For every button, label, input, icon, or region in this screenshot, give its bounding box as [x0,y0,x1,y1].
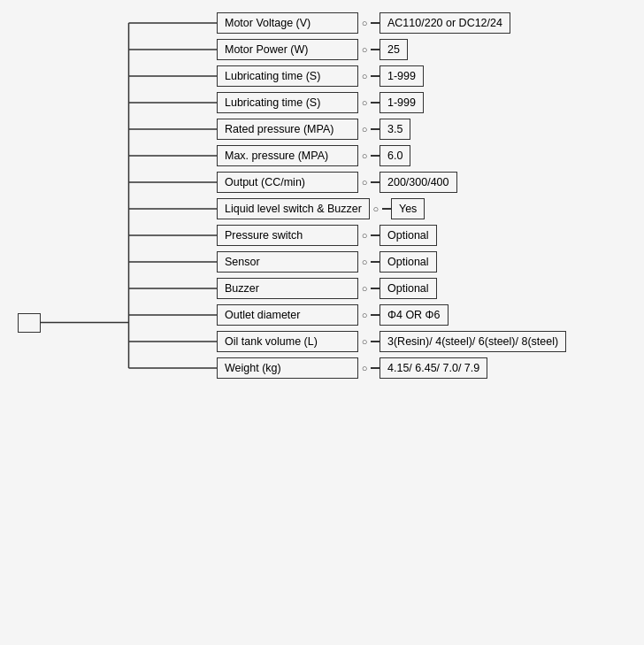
connector-dot: ○ [358,363,371,373]
spec-row: Lubricating time (S)○1-999 [217,92,624,113]
connector-line [371,102,380,104]
spec-label-box: Motor Voltage (V) [217,12,358,34]
spec-value-box: 25 [380,39,408,60]
spec-label-box: Pressure switch [217,225,358,246]
connector-dot: ○ [358,177,371,188]
spec-row: Pressure switch○Optional [217,225,624,246]
spec-label-box: Max. pressure (MPA) [217,145,358,166]
connector-line [382,208,391,210]
spec-row: Lubricating time (S)○1-999 [217,65,624,87]
spec-row: Sensor○Optional [217,251,624,273]
spec-label-box: Sensor [217,251,358,273]
spec-label-box: Oil tank volume (L) [217,331,358,352]
spec-row: Motor Power (W)○25 [217,39,624,60]
spec-value-box: Optional [380,251,437,273]
connector-dot: ○ [358,310,371,320]
spec-value-box: 6.0 [380,145,410,166]
connector-dot: ○ [370,203,382,214]
connector-line [371,234,380,236]
spec-value-box: Optional [380,278,437,299]
connector-dot: ○ [358,230,371,241]
connector-line [371,128,380,130]
spec-row: Liquid level switch & Buzzer○Yes [217,198,624,219]
connector-line [371,314,380,316]
spec-row: Rated pressure (MPA)○3.5 [217,119,624,140]
spec-label-box: Lubricating time (S) [217,92,358,113]
spec-value-box: 1-999 [380,92,424,113]
spec-row: Max. pressure (MPA)○6.0 [217,145,624,166]
spec-label-box: Liquid level switch & Buzzer [217,198,370,219]
spec-value-box: 200/300/400 [380,172,457,193]
connector-line [371,155,380,157]
connector-line [371,75,380,77]
connector-line [371,288,380,289]
connector-line [371,181,380,183]
connector-dot: ○ [358,44,371,55]
connector-dot: ○ [358,124,371,134]
spec-value-box: Yes [391,198,425,219]
spec-row: Motor Voltage (V)○AC110/220 or DC12/24 [217,12,624,34]
connector-dot: ○ [358,97,371,108]
connector-dot: ○ [358,150,371,161]
spec-row: Oil tank volume (L)○3(Resin)/ 4(steel)/ … [217,331,624,352]
spec-value-box: 1-999 [380,65,424,87]
spec-value-box: 3.5 [380,119,410,140]
connector-line [371,49,380,50]
spec-value-box: 3(Resin)/ 4(steel)/ 6(steel)/ 8(steel) [380,331,566,352]
spec-label-box: Buzzer [217,278,358,299]
spec-label-box: Output (CC/min) [217,172,358,193]
connector-dot: ○ [358,257,371,267]
connector-line [371,341,380,342]
connector-dot: ○ [358,18,371,28]
connector-line [371,22,380,24]
spec-row: Weight (kg)○4.15/ 6.45/ 7.0/ 7.9 [217,357,624,379]
connector-dot: ○ [358,71,371,81]
spec-label-box: Rated pressure (MPA) [217,119,358,140]
connector-line [371,261,380,263]
connector-dot: ○ [358,283,371,294]
spec-row: Buzzer○Optional [217,278,624,299]
spec-label-box: Motor Power (W) [217,39,358,60]
connector-dot: ○ [358,336,371,347]
spec-value-box: AC110/220 or DC12/24 [380,12,510,34]
spec-label-box: Outlet diameter [217,304,358,326]
spec-row: Output (CC/min)○200/300/400 [217,172,624,193]
spec-value-box: Optional [380,225,437,246]
connector-line [371,367,380,369]
root-node [18,313,41,333]
spec-value-box: Φ4 OR Φ6 [380,304,448,326]
spec-value-box: 4.15/ 6.45/ 7.0/ 7.9 [380,357,487,379]
spec-label-box: Weight (kg) [217,357,358,379]
diagram-container: Motor Voltage (V)○AC110/220 or DC12/24Mo… [0,0,644,645]
specs-area: Motor Voltage (V)○AC110/220 or DC12/24Mo… [217,12,624,384]
spec-row: Outlet diameter○Φ4 OR Φ6 [217,304,624,326]
spec-label-box: Lubricating time (S) [217,65,358,87]
